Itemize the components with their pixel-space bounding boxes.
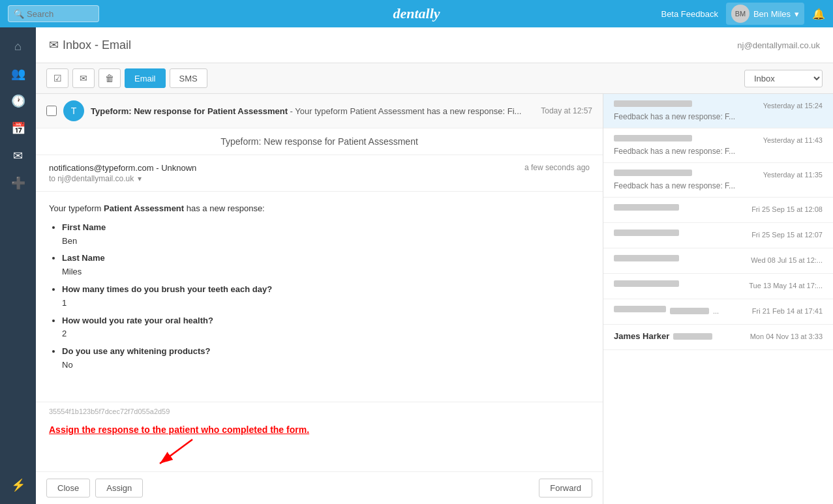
content-area: T Typeform: New response for Patient Ass… <box>36 94 833 504</box>
sidebar-item-home[interactable]: ⌂ <box>5 34 32 59</box>
list-item: First NameBen <box>62 221 590 248</box>
email-list-sender <box>614 306 666 316</box>
filter-email-btn[interactable]: ✉ <box>72 68 95 88</box>
email-detail: Typeform: New response for Patient Asses… <box>36 128 603 471</box>
beta-feedback-link[interactable]: Beta Feedback <box>661 9 718 19</box>
tab-sms[interactable]: SMS <box>170 68 207 88</box>
toolbar: ☑ ✉ 🗑 Email SMS Inbox <box>36 63 833 94</box>
list-item[interactable]: Yesterday at 15:24 Feedback has a new re… <box>603 94 833 128</box>
email-list-time: Yesterday at 11:43 <box>763 136 823 144</box>
email-list-time: Fri 25 Sep 15 at 12:08 <box>751 205 823 213</box>
list-item[interactable]: ... Fri 21 Feb 14 at 17:41 <box>603 299 833 325</box>
inbox-icon: ✉ <box>49 38 59 52</box>
email-list-time: Yesterday at 11:35 <box>763 171 823 179</box>
filter-trash-btn[interactable]: 🗑 <box>98 68 121 88</box>
inbox-select[interactable]: Inbox <box>744 70 823 87</box>
email-list-item-top[interactable]: T Typeform: New response for Patient Ass… <box>36 94 603 128</box>
email-list-preview: Feedback has a new response: F... <box>614 112 823 121</box>
app-logo: dentally <box>393 5 440 22</box>
svg-line-1 <box>160 439 192 464</box>
email-list-preview: Feedback has a new response: F... <box>614 147 823 156</box>
page-header: ✉ Inbox - Email nj@dentallymail.co.uk <box>36 27 833 63</box>
email-list-time: Wed 08 Jul 15 at 12:... <box>751 256 823 264</box>
email-received-time: a few seconds ago <box>524 163 590 172</box>
email-list-sender <box>614 170 692 179</box>
email-subject-preview: Typeform: New response for Patient Asses… <box>91 106 534 116</box>
assign-annotation: Assign the response to the patient who c… <box>36 421 603 436</box>
sidebar-item-calendar[interactable]: 📅 <box>5 116 32 141</box>
close-button[interactable]: Close <box>46 479 90 497</box>
email-list-sender <box>614 135 692 145</box>
sidebar-item-schedule[interactable]: 🕐 <box>5 89 32 113</box>
email-list-time: Mon 04 Nov 13 at 3:33 <box>750 333 823 340</box>
list-item[interactable]: James Harker Mon 04 Nov 13 at 3:33 <box>603 325 833 350</box>
email-list-row-top: Tue 13 May 14 at 17:... <box>614 280 823 290</box>
assign-button[interactable]: Assign <box>95 479 143 497</box>
email-panel: T Typeform: New response for Patient Ass… <box>36 94 603 504</box>
user-dropdown[interactable]: BM Ben Miles ▾ <box>726 3 804 25</box>
email-list-panel: Yesterday at 15:24 Feedback has a new re… <box>603 94 833 504</box>
email-actions: Close Assign Forward <box>36 471 603 504</box>
email-to: to nj@dentallymail.co.uk ▾ <box>49 174 196 183</box>
top-nav: 🔍 dentally Beta Feedback BM Ben Miles ▾ … <box>0 0 833 27</box>
email-intro: Your typeform Patient Assessment has a n… <box>49 202 590 216</box>
avatar: BM <box>731 5 750 23</box>
email-list-row-top: James Harker Mon 04 Nov 13 at 3:33 <box>614 331 823 341</box>
email-list-row-top: Yesterday at 15:24 <box>614 100 823 110</box>
email-list-row-top: Fri 25 Sep 15 at 12:07 <box>614 230 823 239</box>
list-item[interactable]: Yesterday at 11:43 Feedback has a new re… <box>603 128 833 163</box>
arrow-annotation <box>36 436 603 471</box>
email-list-preview: Feedback has a new response: F... <box>614 181 823 190</box>
sidebar-item-inbox[interactable]: ✉ <box>5 143 32 168</box>
email-list-sender <box>614 280 679 290</box>
tab-email[interactable]: Email <box>125 68 166 88</box>
email-from: notifications@typeform.com - Unknown <box>49 163 196 173</box>
email-list-sender: James Harker <box>614 331 669 341</box>
list-item: Last NameMiles <box>62 252 590 279</box>
list-item: How would you rate your oral health?2 <box>62 314 590 342</box>
email-fields-list: First NameBen Last NameMiles How many ti… <box>49 221 590 372</box>
email-checkbox[interactable] <box>46 106 57 116</box>
email-list-sender <box>614 255 679 265</box>
forward-button[interactable]: Forward <box>539 479 592 497</box>
email-subject-bold: Typeform: New response for Patient Asses… <box>91 106 288 116</box>
top-nav-right: Beta Feedback BM Ben Miles ▾ 🔔 <box>661 3 825 25</box>
dropdown-icon[interactable]: ▾ <box>138 174 142 183</box>
email-avatar: T <box>63 100 84 121</box>
email-detail-subject: Typeform: New response for Patient Asses… <box>36 128 603 155</box>
search-box[interactable]: 🔍 <box>8 5 99 22</box>
email-list-preview-short: ... <box>713 307 719 315</box>
sidebar-item-patients[interactable]: 👥 <box>5 61 32 86</box>
list-item[interactable]: Yesterday at 11:35 Feedback has a new re… <box>603 163 833 198</box>
email-list-sender <box>614 230 679 239</box>
list-item: How many times do you brush your teeth e… <box>62 283 590 310</box>
list-item[interactable]: Wed 08 Jul 15 at 12:... <box>603 248 833 274</box>
email-list-row-top: Wed 08 Jul 15 at 12:... <box>614 255 823 265</box>
page-title: ✉ Inbox - Email <box>49 38 131 52</box>
email-list-sender <box>614 100 692 110</box>
list-item[interactable]: Tue 13 May 14 at 17:... <box>603 274 833 299</box>
email-list-row-top: Fri 25 Sep 15 at 12:08 <box>614 204 823 214</box>
sidebar-bottom: ⚡ <box>5 473 32 497</box>
email-detail-meta: notifications@typeform.com - Unknown to … <box>36 155 603 192</box>
email-subject-rest: - Your typeform Patient Assessment has a… <box>290 106 522 116</box>
email-list-time: Yesterday at 15:24 <box>763 102 823 110</box>
list-item[interactable]: Fri 25 Sep 15 at 12:08 <box>603 198 833 223</box>
filter-all-btn[interactable]: ☑ <box>46 68 68 88</box>
email-list-row-top: Yesterday at 11:35 <box>614 170 823 179</box>
chevron-down-icon: ▾ <box>795 9 799 19</box>
search-input[interactable] <box>27 9 93 19</box>
user-name: Ben Miles <box>753 9 791 19</box>
sidebar-item-add[interactable]: ➕ <box>5 171 32 196</box>
email-list-time: Fri 25 Sep 15 at 12:07 <box>751 231 823 239</box>
list-item[interactable]: Fri 25 Sep 15 at 12:07 <box>603 223 833 248</box>
search-icon: 🔍 <box>14 9 24 19</box>
email-body: Your typeform Patient Assessment has a n… <box>36 192 603 402</box>
bell-icon[interactable]: 🔔 <box>812 8 825 20</box>
email-list-row-top: ... Fri 21 Feb 14 at 17:41 <box>614 306 823 316</box>
sidebar-item-power[interactable]: ⚡ <box>5 473 32 497</box>
arrow-svg <box>153 436 232 469</box>
email-hash: 35554f1b123b5f7dcec72f7d055a2d59 <box>36 402 603 421</box>
email-list-row-top: Yesterday at 11:43 <box>614 135 823 145</box>
email-list-time: Tue 13 May 14 at 17:... <box>749 282 823 289</box>
